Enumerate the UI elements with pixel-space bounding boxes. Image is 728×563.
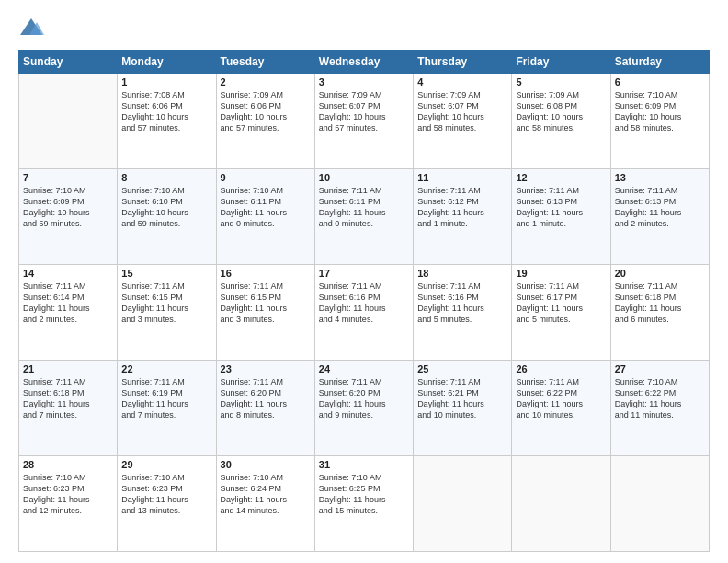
day-cell: 29Sunrise: 7:10 AMSunset: 6:23 PMDayligh… [118, 456, 216, 552]
day-number: 16 [221, 268, 311, 279]
day-info: Sunrise: 7:10 AMSunset: 6:09 PMDaylight:… [615, 89, 705, 134]
day-number: 11 [417, 172, 507, 183]
day-cell: 16Sunrise: 7:11 AMSunset: 6:15 PMDayligh… [216, 265, 314, 361]
day-info: Sunrise: 7:09 AMSunset: 6:06 PMDaylight:… [221, 89, 311, 134]
day-number: 15 [121, 268, 211, 279]
day-cell: 12Sunrise: 7:11 AMSunset: 6:13 PMDayligh… [512, 169, 610, 265]
day-number: 17 [319, 268, 409, 279]
day-cell: 13Sunrise: 7:11 AMSunset: 6:13 PMDayligh… [610, 169, 709, 265]
day-info: Sunrise: 7:11 AMSunset: 6:13 PMDaylight:… [615, 185, 705, 230]
col-header-saturday: Saturday [610, 51, 709, 74]
col-header-wednesday: Wednesday [314, 51, 413, 74]
day-info: Sunrise: 7:11 AMSunset: 6:19 PMDaylight:… [121, 376, 211, 421]
day-cell: 18Sunrise: 7:11 AMSunset: 6:16 PMDayligh… [414, 265, 512, 361]
day-info: Sunrise: 7:10 AMSunset: 6:23 PMDaylight:… [121, 472, 211, 517]
day-cell [512, 456, 610, 552]
week-row-4: 21Sunrise: 7:11 AMSunset: 6:18 PMDayligh… [19, 361, 710, 456]
day-cell: 11Sunrise: 7:11 AMSunset: 6:12 PMDayligh… [414, 169, 512, 265]
day-number: 31 [319, 459, 409, 470]
day-cell: 25Sunrise: 7:11 AMSunset: 6:21 PMDayligh… [414, 361, 512, 456]
day-number: 25 [417, 363, 507, 374]
day-info: Sunrise: 7:11 AMSunset: 6:14 PMDaylight:… [23, 281, 113, 326]
day-number: 20 [615, 268, 705, 279]
day-info: Sunrise: 7:11 AMSunset: 6:18 PMDaylight:… [23, 376, 113, 421]
day-info: Sunrise: 7:11 AMSunset: 6:21 PMDaylight:… [417, 376, 507, 421]
day-cell: 5Sunrise: 7:09 AMSunset: 6:08 PMDaylight… [512, 74, 610, 169]
day-info: Sunrise: 7:08 AMSunset: 6:06 PMDaylight:… [121, 89, 211, 134]
page: SundayMondayTuesdayWednesdayThursdayFrid… [0, 0, 728, 563]
day-cell: 17Sunrise: 7:11 AMSunset: 6:16 PMDayligh… [314, 265, 413, 361]
day-info: Sunrise: 7:11 AMSunset: 6:20 PMDaylight:… [221, 376, 311, 421]
day-info: Sunrise: 7:10 AMSunset: 6:10 PMDaylight:… [121, 185, 211, 230]
day-cell: 24Sunrise: 7:11 AMSunset: 6:20 PMDayligh… [314, 361, 413, 456]
day-number: 1 [121, 76, 211, 87]
day-number: 24 [319, 363, 409, 374]
day-number: 12 [516, 172, 606, 183]
day-info: Sunrise: 7:11 AMSunset: 6:18 PMDaylight:… [615, 281, 705, 326]
day-cell: 23Sunrise: 7:11 AMSunset: 6:20 PMDayligh… [216, 361, 314, 456]
day-number: 29 [121, 459, 211, 470]
day-cell: 26Sunrise: 7:11 AMSunset: 6:22 PMDayligh… [512, 361, 610, 456]
day-info: Sunrise: 7:10 AMSunset: 6:25 PMDaylight:… [319, 472, 409, 517]
day-number: 7 [23, 172, 113, 183]
day-number: 9 [221, 172, 311, 183]
day-number: 10 [319, 172, 409, 183]
day-info: Sunrise: 7:11 AMSunset: 6:13 PMDaylight:… [516, 185, 606, 230]
day-info: Sunrise: 7:10 AMSunset: 6:22 PMDaylight:… [615, 376, 705, 421]
day-info: Sunrise: 7:11 AMSunset: 6:16 PMDaylight:… [319, 281, 409, 326]
day-number: 21 [23, 363, 113, 374]
day-info: Sunrise: 7:11 AMSunset: 6:16 PMDaylight:… [417, 281, 507, 326]
day-cell: 3Sunrise: 7:09 AMSunset: 6:07 PMDaylight… [314, 74, 413, 169]
week-row-1: 1Sunrise: 7:08 AMSunset: 6:06 PMDaylight… [19, 74, 710, 169]
day-cell [414, 456, 512, 552]
day-info: Sunrise: 7:11 AMSunset: 6:11 PMDaylight:… [319, 185, 409, 230]
logo [18, 15, 48, 40]
day-info: Sunrise: 7:10 AMSunset: 6:23 PMDaylight:… [23, 472, 113, 517]
day-cell: 14Sunrise: 7:11 AMSunset: 6:14 PMDayligh… [19, 265, 118, 361]
day-number: 22 [121, 363, 211, 374]
day-cell [610, 456, 709, 552]
day-number: 27 [615, 363, 705, 374]
day-cell: 4Sunrise: 7:09 AMSunset: 6:07 PMDaylight… [414, 74, 512, 169]
day-number: 19 [516, 268, 606, 279]
week-row-2: 7Sunrise: 7:10 AMSunset: 6:09 PMDaylight… [19, 169, 710, 265]
day-info: Sunrise: 7:11 AMSunset: 6:20 PMDaylight:… [319, 376, 409, 421]
calendar: SundayMondayTuesdayWednesdayThursdayFrid… [18, 50, 710, 552]
day-info: Sunrise: 7:10 AMSunset: 6:09 PMDaylight:… [23, 185, 113, 230]
day-number: 6 [615, 76, 705, 87]
day-cell: 30Sunrise: 7:10 AMSunset: 6:24 PMDayligh… [216, 456, 314, 552]
day-cell: 22Sunrise: 7:11 AMSunset: 6:19 PMDayligh… [118, 361, 216, 456]
day-cell: 8Sunrise: 7:10 AMSunset: 6:10 PMDaylight… [118, 169, 216, 265]
day-cell: 2Sunrise: 7:09 AMSunset: 6:06 PMDaylight… [216, 74, 314, 169]
day-number: 23 [221, 363, 311, 374]
header [18, 15, 710, 40]
week-row-3: 14Sunrise: 7:11 AMSunset: 6:14 PMDayligh… [19, 265, 710, 361]
day-info: Sunrise: 7:11 AMSunset: 6:15 PMDaylight:… [121, 281, 211, 326]
day-number: 18 [417, 268, 507, 279]
day-number: 2 [221, 76, 311, 87]
day-number: 26 [516, 363, 606, 374]
col-header-monday: Monday [118, 51, 216, 74]
day-info: Sunrise: 7:10 AMSunset: 6:11 PMDaylight:… [221, 185, 311, 230]
day-info: Sunrise: 7:09 AMSunset: 6:07 PMDaylight:… [319, 89, 409, 134]
day-info: Sunrise: 7:09 AMSunset: 6:07 PMDaylight:… [417, 89, 507, 134]
day-number: 4 [417, 76, 507, 87]
day-cell: 6Sunrise: 7:10 AMSunset: 6:09 PMDaylight… [610, 74, 709, 169]
logo-icon [18, 15, 44, 40]
day-cell: 1Sunrise: 7:08 AMSunset: 6:06 PMDaylight… [118, 74, 216, 169]
day-cell [19, 74, 118, 169]
day-cell: 27Sunrise: 7:10 AMSunset: 6:22 PMDayligh… [610, 361, 709, 456]
day-number: 3 [319, 76, 409, 87]
day-info: Sunrise: 7:09 AMSunset: 6:08 PMDaylight:… [516, 89, 606, 134]
day-cell: 20Sunrise: 7:11 AMSunset: 6:18 PMDayligh… [610, 265, 709, 361]
day-info: Sunrise: 7:10 AMSunset: 6:24 PMDaylight:… [221, 472, 311, 517]
day-number: 13 [615, 172, 705, 183]
day-cell: 7Sunrise: 7:10 AMSunset: 6:09 PMDaylight… [19, 169, 118, 265]
day-info: Sunrise: 7:11 AMSunset: 6:15 PMDaylight:… [221, 281, 311, 326]
calendar-header-row: SundayMondayTuesdayWednesdayThursdayFrid… [19, 51, 710, 74]
day-cell: 15Sunrise: 7:11 AMSunset: 6:15 PMDayligh… [118, 265, 216, 361]
day-cell: 19Sunrise: 7:11 AMSunset: 6:17 PMDayligh… [512, 265, 610, 361]
day-info: Sunrise: 7:11 AMSunset: 6:12 PMDaylight:… [417, 185, 507, 230]
day-cell: 9Sunrise: 7:10 AMSunset: 6:11 PMDaylight… [216, 169, 314, 265]
day-number: 8 [121, 172, 211, 183]
